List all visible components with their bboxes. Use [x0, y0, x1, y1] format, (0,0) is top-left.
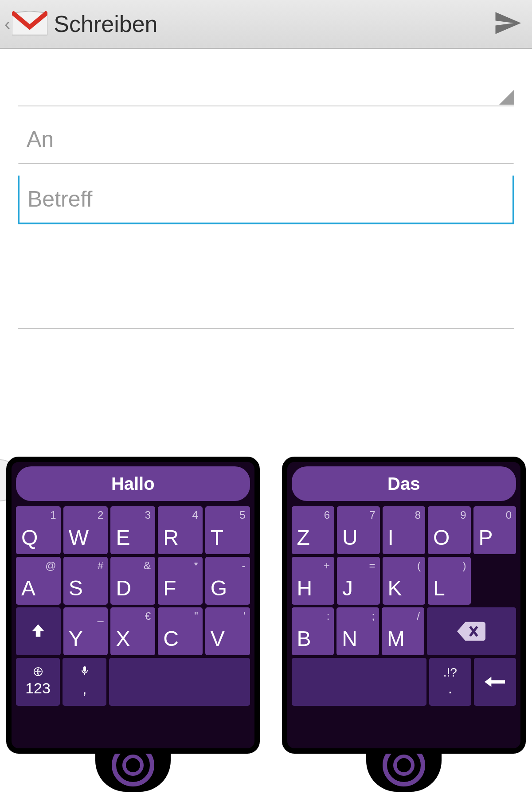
key-k[interactable]: (K: [383, 557, 426, 605]
enter-arrow-icon: [474, 658, 516, 706]
from-field[interactable]: [18, 66, 514, 106]
key-space-left[interactable]: [109, 658, 250, 706]
key-p[interactable]: 0P: [473, 506, 516, 554]
compose-form: [0, 49, 532, 329]
key-c[interactable]: "C: [158, 607, 203, 655]
key-o[interactable]: 9O: [428, 506, 470, 554]
subject-field[interactable]: [18, 176, 514, 224]
key-x[interactable]: €X: [110, 607, 155, 655]
key-w[interactable]: 2W: [63, 506, 108, 554]
key-blank: [473, 557, 516, 605]
keyboard-handle-right[interactable]: [366, 739, 442, 792]
key-q[interactable]: 1Q: [16, 506, 61, 554]
key-g[interactable]: -G: [205, 557, 250, 605]
dropdown-triangle-icon: [499, 90, 514, 105]
key-space-right[interactable]: [292, 658, 426, 706]
key-i[interactable]: 8I: [383, 506, 426, 554]
key-l[interactable]: )L: [428, 557, 470, 605]
key-d[interactable]: &D: [110, 557, 155, 605]
action-bar: ‹ Schreiben: [0, 0, 532, 49]
body-field[interactable]: [18, 262, 514, 329]
key-backspace[interactable]: [427, 607, 516, 655]
keyboard-left-half: Hallo 1Q 2W 3E 4R 5T @A #S &D *F -G _Y €…: [6, 457, 260, 754]
key-h[interactable]: +H: [292, 557, 334, 605]
key-e[interactable]: 3E: [110, 506, 155, 554]
key-r[interactable]: 4R: [158, 506, 203, 554]
keyboard-right-half: Das 6Z 7U 8I 9O 0P +H =J (K )L :B ;N /M: [282, 457, 526, 754]
key-mode-123[interactable]: 123: [16, 658, 60, 706]
key-shift[interactable]: [16, 607, 61, 655]
key-n[interactable]: ;N: [336, 607, 379, 655]
key-enter[interactable]: [474, 658, 516, 706]
suggestion-right[interactable]: Das: [292, 466, 516, 501]
key-f[interactable]: *F: [158, 557, 203, 605]
key-b[interactable]: :B: [292, 607, 334, 655]
send-button[interactable]: [493, 8, 528, 39]
send-icon: [493, 8, 522, 38]
key-a[interactable]: @A: [16, 557, 61, 605]
keyboard-handle-left[interactable]: [95, 739, 171, 792]
mic-icon: [79, 665, 90, 680]
key-t[interactable]: 5T: [205, 506, 250, 554]
key-period[interactable]: .!? .: [429, 658, 471, 706]
screen-title: Schreiben: [54, 11, 157, 37]
key-y[interactable]: _Y: [63, 607, 108, 655]
split-keyboard: › Hallo 1Q 2W 3E 4R 5T @A #S &D *F -G _Y…: [0, 457, 532, 798]
shift-icon: [16, 607, 61, 655]
to-field[interactable]: [18, 115, 514, 164]
key-s[interactable]: #S: [63, 557, 108, 605]
key-m[interactable]: /M: [382, 607, 424, 655]
key-comma[interactable]: ,: [63, 658, 106, 706]
gmail-icon[interactable]: [12, 11, 47, 37]
backspace-icon: [427, 607, 516, 655]
key-j[interactable]: =J: [337, 557, 379, 605]
suggestion-left[interactable]: Hallo: [16, 466, 250, 501]
key-z[interactable]: 6Z: [292, 506, 334, 554]
back-chevron-icon[interactable]: ‹: [4, 14, 10, 34]
key-u[interactable]: 7U: [337, 506, 379, 554]
swiftkey-logo-icon: [31, 665, 45, 680]
key-v[interactable]: 'V: [205, 607, 250, 655]
